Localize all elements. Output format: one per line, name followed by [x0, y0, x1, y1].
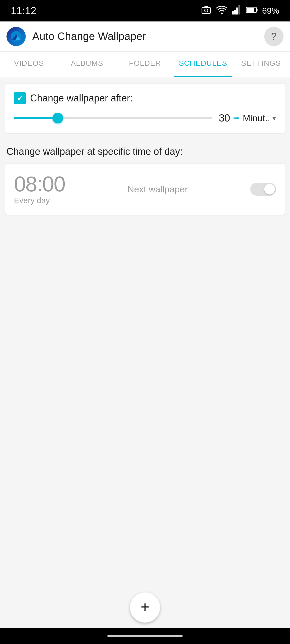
- app-icon: [6, 27, 26, 46]
- help-icon: ?: [271, 31, 277, 42]
- tabs-bar: VIDEOS ALBUMS FOLDER SCHEDULES SETTINGS: [0, 52, 290, 77]
- main-content: ✓ Change wallpaper after: 30 ✏ Minut.. ▾: [0, 77, 290, 644]
- svg-point-1: [205, 9, 208, 12]
- tab-schedules[interactable]: SCHEDULES: [174, 52, 232, 77]
- status-time: 11:12: [11, 5, 36, 17]
- schedule-toggle[interactable]: [250, 183, 276, 196]
- schedule-action-text: Next wallpaper: [128, 184, 188, 195]
- dropdown-arrow-icon: ▾: [272, 114, 276, 123]
- card-header: ✓ Change wallpaper after:: [14, 92, 276, 104]
- schedule-time-block: 08:00 Every day: [14, 173, 65, 205]
- slider-container[interactable]: [14, 112, 212, 125]
- camera-indicator-icon: [201, 5, 212, 16]
- slider-fill: [14, 117, 58, 119]
- svg-rect-4: [234, 10, 236, 14]
- status-icons: 69%: [201, 5, 279, 17]
- tab-settings[interactable]: SETTINGS: [232, 52, 290, 77]
- unit-selector[interactable]: Minut.. ▾: [243, 113, 276, 123]
- unit-text: Minut..: [243, 113, 270, 123]
- svg-rect-6: [238, 5, 240, 14]
- edit-icon[interactable]: ✏: [233, 114, 240, 123]
- svg-rect-5: [236, 8, 238, 14]
- svg-rect-3: [232, 11, 234, 14]
- nav-bar: [0, 628, 290, 644]
- wifi-icon: [216, 5, 228, 17]
- check-icon: ✓: [17, 94, 23, 103]
- signal-icon: [232, 5, 242, 17]
- battery-percent: 69%: [262, 6, 279, 16]
- change-after-checkbox[interactable]: ✓: [14, 92, 26, 104]
- tab-folder[interactable]: FOLDER: [116, 52, 174, 77]
- tab-albums[interactable]: ALBUMS: [58, 52, 116, 77]
- schedule-card[interactable]: 08:00 Every day Next wallpaper: [5, 164, 285, 215]
- svg-rect-9: [256, 9, 258, 11]
- app-title: Auto Change Wallpaper: [32, 30, 258, 42]
- schedule-action: Next wallpaper: [71, 184, 244, 195]
- battery-icon: [246, 6, 258, 16]
- status-bar: 11:12: [0, 0, 290, 21]
- slider-value: 30: [219, 112, 230, 124]
- slider-thumb[interactable]: [52, 113, 63, 123]
- slider-value-container: 30 ✏ Minut.. ▾: [219, 112, 276, 124]
- specific-time-label: Change wallpaper at specific time of day…: [5, 142, 285, 164]
- svg-rect-0: [202, 8, 211, 13]
- change-after-card: ✓ Change wallpaper after: 30 ✏ Minut.. ▾: [5, 84, 285, 133]
- nav-indicator: [107, 635, 183, 637]
- slider-track: [14, 117, 212, 119]
- toggle-knob: [264, 184, 275, 195]
- change-after-label: Change wallpaper after:: [30, 93, 133, 104]
- schedule-days: Every day: [14, 196, 65, 205]
- add-icon: +: [141, 599, 150, 614]
- add-schedule-fab[interactable]: +: [130, 592, 160, 623]
- slider-row: 30 ✏ Minut.. ▾: [14, 112, 276, 125]
- svg-rect-8: [247, 8, 254, 12]
- tab-videos[interactable]: VIDEOS: [0, 52, 58, 77]
- mountain-icon: [11, 31, 21, 42]
- app-bar: Auto Change Wallpaper ?: [0, 21, 290, 52]
- help-button[interactable]: ?: [264, 27, 284, 46]
- schedule-time: 08:00: [14, 173, 65, 195]
